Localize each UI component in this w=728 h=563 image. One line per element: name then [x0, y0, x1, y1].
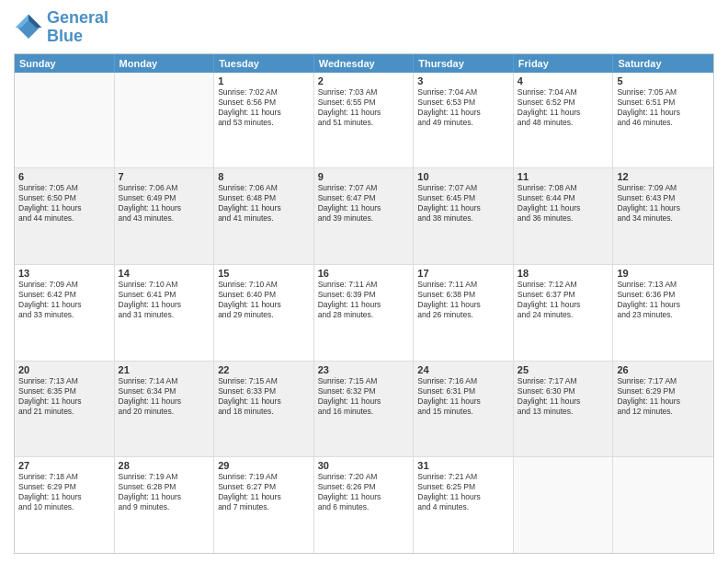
header-day-sunday: Sunday [15, 54, 115, 73]
day-number: 24 [417, 364, 509, 375]
calendar-header: SundayMondayTuesdayWednesdayThursdayFrid… [15, 54, 713, 73]
day-number: 18 [518, 268, 609, 279]
calendar-week-2: 6Sunrise: 7:05 AMSunset: 6:50 PMDaylight… [15, 167, 713, 264]
calendar-cell-4: 3Sunrise: 7:04 AMSunset: 6:53 PMDaylight… [414, 73, 514, 168]
calendar-cell-29: 28Sunrise: 7:19 AMSunset: 6:28 PMDayligh… [115, 457, 215, 553]
day-number: 29 [218, 460, 310, 471]
calendar-cell-18: 17Sunrise: 7:11 AMSunset: 6:38 PMDayligh… [414, 265, 514, 361]
day-number: 7 [119, 171, 210, 182]
day-number: 10 [417, 171, 509, 182]
cell-info: Sunrise: 7:11 AMSunset: 6:38 PMDaylight:… [417, 280, 509, 320]
calendar-cell-15: 14Sunrise: 7:10 AMSunset: 6:41 PMDayligh… [115, 265, 215, 361]
cell-info: Sunrise: 7:15 AMSunset: 6:33 PMDaylight:… [218, 376, 310, 417]
cell-info: Sunrise: 7:14 AMSunset: 6:34 PMDaylight:… [119, 376, 210, 417]
day-number: 2 [318, 75, 410, 86]
calendar-cell-1 [115, 73, 215, 168]
calendar-cell-7: 6Sunrise: 7:05 AMSunset: 6:50 PMDaylight… [15, 168, 115, 264]
cell-info: Sunrise: 7:09 AMSunset: 6:42 PMDaylight:… [18, 280, 110, 320]
cell-info: Sunrise: 7:16 AMSunset: 6:31 PMDaylight:… [417, 376, 509, 417]
cell-info: Sunrise: 7:10 AMSunset: 6:40 PMDaylight:… [218, 280, 310, 320]
calendar-week-5: 27Sunrise: 7:18 AMSunset: 6:29 PMDayligh… [15, 456, 713, 553]
cell-info: Sunrise: 7:04 AMSunset: 6:53 PMDaylight:… [417, 87, 509, 128]
calendar-week-4: 20Sunrise: 7:13 AMSunset: 6:35 PMDayligh… [15, 361, 713, 457]
header-day-friday: Friday [514, 54, 614, 73]
day-number: 5 [617, 75, 710, 86]
cell-info: Sunrise: 7:07 AMSunset: 6:47 PMDaylight:… [318, 183, 410, 224]
cell-info: Sunrise: 7:21 AMSunset: 6:25 PMDaylight:… [417, 472, 509, 512]
day-number: 9 [318, 171, 410, 182]
calendar-cell-20: 19Sunrise: 7:13 AMSunset: 6:36 PMDayligh… [613, 265, 713, 361]
calendar-cell-13: 12Sunrise: 7:09 AMSunset: 6:43 PMDayligh… [613, 168, 713, 264]
page: General Blue SundayMondayTuesdayWednesda… [0, 0, 728, 563]
header: General Blue [14, 9, 714, 46]
cell-info: Sunrise: 7:06 AMSunset: 6:49 PMDaylight:… [119, 183, 210, 224]
day-number: 11 [518, 171, 609, 182]
calendar-cell-32: 31Sunrise: 7:21 AMSunset: 6:25 PMDayligh… [414, 457, 514, 553]
header-day-tuesday: Tuesday [214, 54, 314, 73]
day-number: 6 [18, 171, 110, 182]
cell-info: Sunrise: 7:17 AMSunset: 6:30 PMDaylight:… [518, 376, 609, 417]
calendar-cell-27: 26Sunrise: 7:17 AMSunset: 6:29 PMDayligh… [613, 362, 713, 457]
cell-info: Sunrise: 7:17 AMSunset: 6:29 PMDaylight:… [617, 376, 710, 417]
cell-info: Sunrise: 7:15 AMSunset: 6:32 PMDaylight:… [318, 376, 410, 417]
cell-info: Sunrise: 7:08 AMSunset: 6:44 PMDaylight:… [518, 183, 609, 224]
day-number: 19 [617, 268, 710, 279]
day-number: 3 [417, 75, 509, 86]
cell-info: Sunrise: 7:11 AMSunset: 6:39 PMDaylight:… [318, 280, 410, 320]
calendar-cell-19: 18Sunrise: 7:12 AMSunset: 6:37 PMDayligh… [514, 265, 614, 361]
cell-info: Sunrise: 7:13 AMSunset: 6:36 PMDaylight:… [617, 280, 710, 320]
calendar-cell-12: 11Sunrise: 7:08 AMSunset: 6:44 PMDayligh… [514, 168, 614, 264]
cell-info: Sunrise: 7:05 AMSunset: 6:51 PMDaylight:… [617, 87, 710, 128]
cell-info: Sunrise: 7:09 AMSunset: 6:43 PMDaylight:… [617, 183, 710, 224]
calendar-cell-31: 30Sunrise: 7:20 AMSunset: 6:26 PMDayligh… [314, 457, 415, 553]
day-number: 26 [617, 364, 710, 375]
day-number: 12 [617, 171, 710, 182]
calendar-cell-24: 23Sunrise: 7:15 AMSunset: 6:32 PMDayligh… [314, 362, 415, 457]
cell-info: Sunrise: 7:07 AMSunset: 6:45 PMDaylight:… [417, 183, 509, 224]
day-number: 21 [119, 364, 210, 375]
header-day-saturday: Saturday [613, 54, 713, 73]
calendar-cell-6: 5Sunrise: 7:05 AMSunset: 6:51 PMDaylight… [613, 73, 713, 168]
calendar-cell-17: 16Sunrise: 7:11 AMSunset: 6:39 PMDayligh… [314, 265, 415, 361]
day-number: 13 [18, 268, 110, 279]
cell-info: Sunrise: 7:06 AMSunset: 6:48 PMDaylight:… [218, 183, 310, 224]
day-number: 4 [518, 75, 609, 86]
day-number: 27 [18, 460, 110, 471]
day-number: 28 [119, 460, 210, 471]
day-number: 20 [18, 364, 110, 375]
cell-info: Sunrise: 7:12 AMSunset: 6:37 PMDaylight:… [518, 280, 609, 320]
calendar-cell-8: 7Sunrise: 7:06 AMSunset: 6:49 PMDaylight… [115, 168, 215, 264]
cell-info: Sunrise: 7:13 AMSunset: 6:35 PMDaylight:… [18, 376, 110, 417]
calendar-cell-10: 9Sunrise: 7:07 AMSunset: 6:47 PMDaylight… [314, 168, 415, 264]
day-number: 15 [218, 268, 310, 279]
day-number: 25 [518, 364, 609, 375]
cell-info: Sunrise: 7:05 AMSunset: 6:50 PMDaylight:… [18, 183, 110, 224]
cell-info: Sunrise: 7:02 AMSunset: 6:56 PMDaylight:… [218, 87, 310, 128]
calendar-body: 1Sunrise: 7:02 AMSunset: 6:56 PMDaylight… [15, 73, 713, 553]
day-number: 14 [119, 268, 210, 279]
day-number: 16 [318, 268, 410, 279]
calendar-cell-3: 2Sunrise: 7:03 AMSunset: 6:55 PMDaylight… [314, 73, 415, 168]
header-day-monday: Monday [115, 54, 215, 73]
calendar-cell-11: 10Sunrise: 7:07 AMSunset: 6:45 PMDayligh… [414, 168, 514, 264]
calendar-cell-34 [613, 457, 713, 553]
logo-text: General Blue [47, 9, 108, 46]
calendar-cell-22: 21Sunrise: 7:14 AMSunset: 6:34 PMDayligh… [115, 362, 215, 457]
calendar-cell-9: 8Sunrise: 7:06 AMSunset: 6:48 PMDaylight… [214, 168, 314, 264]
day-number: 22 [218, 364, 310, 375]
calendar-cell-28: 27Sunrise: 7:18 AMSunset: 6:29 PMDayligh… [15, 457, 115, 553]
calendar-cell-33 [514, 457, 614, 553]
calendar-cell-16: 15Sunrise: 7:10 AMSunset: 6:40 PMDayligh… [214, 265, 314, 361]
cell-info: Sunrise: 7:04 AMSunset: 6:52 PMDaylight:… [518, 87, 609, 128]
logo-icon [14, 13, 43, 42]
day-number: 23 [318, 364, 410, 375]
day-number: 1 [218, 75, 310, 86]
cell-info: Sunrise: 7:03 AMSunset: 6:55 PMDaylight:… [318, 87, 410, 128]
calendar-cell-14: 13Sunrise: 7:09 AMSunset: 6:42 PMDayligh… [15, 265, 115, 361]
calendar: SundayMondayTuesdayWednesdayThursdayFrid… [14, 53, 714, 554]
cell-info: Sunrise: 7:20 AMSunset: 6:26 PMDaylight:… [318, 472, 410, 512]
day-number: 8 [218, 171, 310, 182]
day-number: 31 [417, 460, 509, 471]
calendar-cell-0 [15, 73, 115, 168]
cell-info: Sunrise: 7:19 AMSunset: 6:27 PMDaylight:… [218, 472, 310, 512]
